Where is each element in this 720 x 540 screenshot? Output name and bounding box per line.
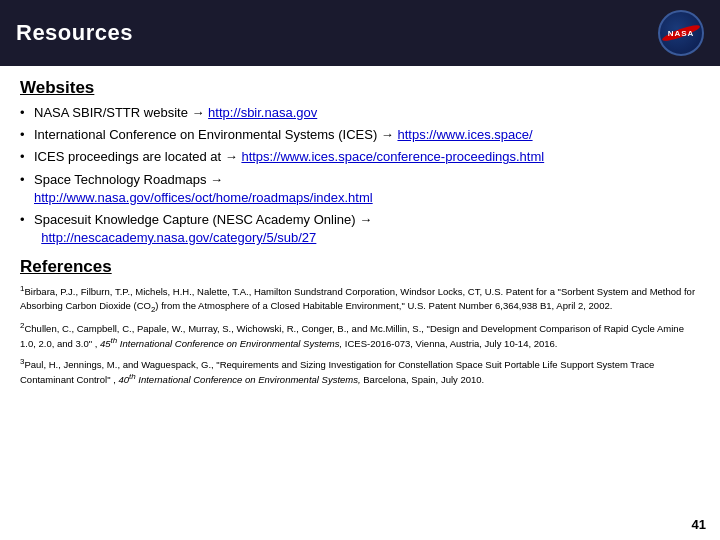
website-item-1-text: NASA SBIR/STTR website → [34,105,208,120]
list-item: Spacesuit Knowledge Capture (NESC Academ… [20,211,700,247]
reference-2: 2Chullen, C., Campbell, C., Papale, W., … [20,320,700,351]
slide-header: Resources NASA [0,0,720,66]
website-link-5[interactable]: http://nescacademy.nasa.gov/category/5/s… [41,230,316,245]
list-item: ICES proceedings are located at → https:… [20,148,700,166]
slide-content: Websites NASA SBIR/STTR website → http:/… [0,66,720,400]
ref-superscript-1: 1 [20,284,24,293]
list-item: NASA SBIR/STTR website → http://sbir.nas… [20,104,700,122]
website-item-5-text: Spacesuit Knowledge Capture (NESC Academ… [34,212,372,227]
list-item: Space Technology Roadmaps → http://www.n… [20,171,700,207]
slide-title: Resources [16,20,133,46]
website-link-2[interactable]: https://www.ices.space/ [397,127,532,142]
websites-section: Websites NASA SBIR/STTR website → http:/… [20,78,700,247]
nasa-logo: NASA [658,10,704,56]
website-item-3-text: ICES proceedings are located at → [34,149,238,164]
websites-title: Websites [20,78,700,98]
website-link-4[interactable]: http://www.nasa.gov/offices/oct/home/roa… [34,190,373,205]
nasa-logo-text: NASA [668,29,695,38]
website-item-4-text: Space Technology Roadmaps → [34,172,223,187]
website-item-2-text: International Conference on Environmenta… [34,127,397,142]
ref-2-italic: 45th International Conference on Environ… [100,338,342,349]
list-item: International Conference on Environmenta… [20,126,700,144]
website-link-1[interactable]: http://sbir.nasa.gov [208,105,317,120]
ref-superscript-3: 3 [20,357,24,366]
reference-1: 1Birbara, P.J., Filburn, T.P., Michels, … [20,283,700,314]
websites-list: NASA SBIR/STTR website → http://sbir.nas… [20,104,700,247]
ref-superscript-2: 2 [20,321,24,330]
reference-3: 3Paul, H., Jennings, M., and Waguespack,… [20,356,700,387]
references-section: References 1Birbara, P.J., Filburn, T.P.… [20,257,700,386]
slide-number: 41 [692,517,706,532]
ref-3-italic: 40th International Conference on Environ… [118,374,360,385]
references-title: References [20,257,700,277]
website-link-3[interactable]: https://www.ices.space/conference-procee… [241,149,544,164]
